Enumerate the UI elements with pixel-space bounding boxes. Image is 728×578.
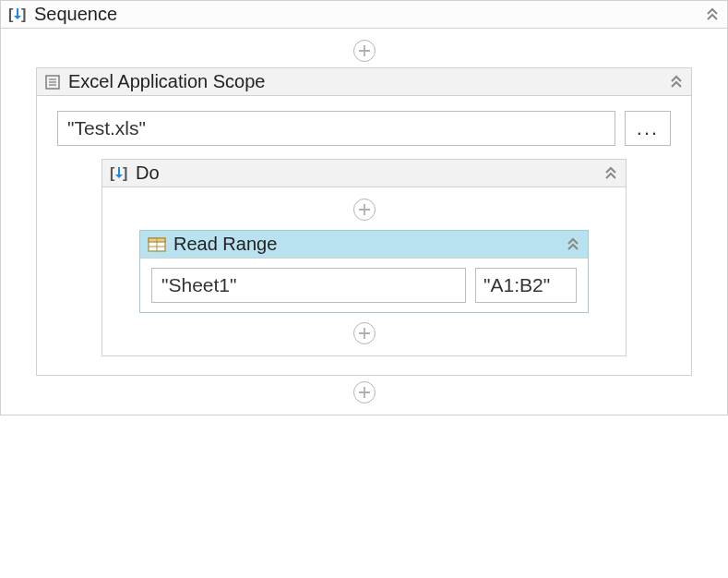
- collapse-icon[interactable]: [566, 237, 580, 252]
- plus-icon: [353, 199, 376, 221]
- file-path-input[interactable]: [57, 111, 615, 146]
- do-activity: [ ] Do: [101, 159, 627, 356]
- sequence-title: Sequence: [34, 4, 705, 25]
- svg-text:]: ]: [21, 6, 26, 22]
- browse-button[interactable]: ...: [625, 111, 671, 146]
- file-path-row: ...: [46, 102, 682, 155]
- read-range-activity: Read Range: [139, 230, 589, 313]
- collapse-icon[interactable]: [669, 75, 684, 90]
- excel-scope-title: Excel Application Scope: [68, 71, 669, 92]
- do-title: Do: [136, 163, 603, 184]
- excel-scope-body: ... [ ] Do: [37, 96, 691, 375]
- sequence-header[interactable]: [ ] Sequence: [1, 1, 727, 29]
- sequence-body: Excel Application Scope ...: [1, 29, 727, 415]
- document-icon: [44, 74, 61, 90]
- svg-text:[: [: [110, 165, 115, 181]
- cell-range-input[interactable]: [475, 268, 577, 303]
- collapse-icon[interactable]: [603, 166, 618, 181]
- add-activity-top[interactable]: [10, 34, 718, 67]
- do-header[interactable]: [ ] Do: [102, 160, 626, 187]
- excel-scope-activity: Excel Application Scope ...: [36, 67, 692, 376]
- plus-icon: [353, 381, 376, 403]
- add-activity-do-bottom[interactable]: [112, 317, 616, 350]
- table-icon: [148, 237, 166, 252]
- sequence-icon: [ ]: [110, 164, 128, 183]
- sequence-activity: [ ] Sequence: [0, 0, 728, 415]
- sheet-name-input[interactable]: [151, 268, 466, 303]
- excel-scope-header[interactable]: Excel Application Scope: [37, 68, 691, 96]
- plus-icon: [353, 322, 376, 344]
- collapse-icon[interactable]: [705, 7, 720, 22]
- svg-text:]: ]: [123, 165, 127, 181]
- add-activity-do-top[interactable]: [112, 193, 616, 226]
- add-activity-bottom[interactable]: [10, 376, 718, 409]
- do-body: Read Range: [102, 187, 626, 355]
- read-range-title: Read Range: [173, 234, 566, 255]
- sequence-icon: [ ]: [8, 6, 27, 24]
- plus-icon: [353, 40, 376, 62]
- read-range-body: [140, 259, 588, 312]
- svg-text:[: [: [8, 6, 14, 22]
- read-range-header[interactable]: Read Range: [140, 231, 588, 259]
